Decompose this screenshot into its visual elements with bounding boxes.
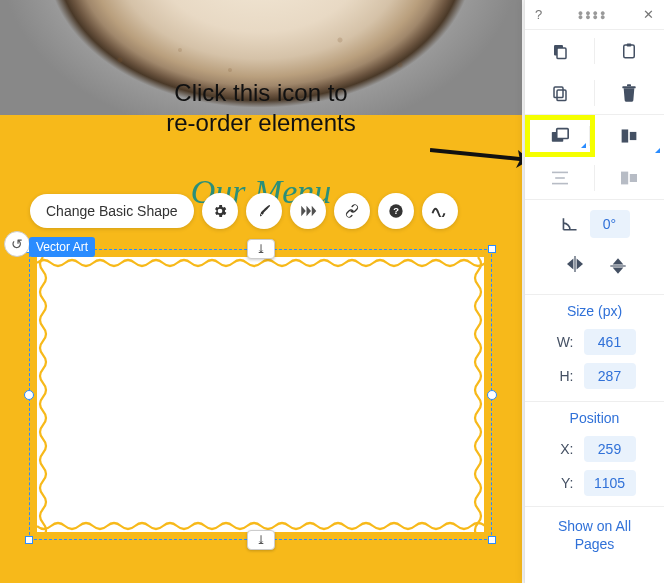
size-section-title: Size (px): [525, 295, 664, 325]
svg-rect-15: [630, 132, 637, 140]
svg-rect-7: [627, 44, 632, 47]
flip-vertical-icon: [610, 256, 626, 276]
svg-rect-20: [630, 174, 637, 182]
svg-line-0: [430, 150, 522, 160]
paintbrush-icon: [256, 203, 272, 219]
resize-handle-tr[interactable]: [488, 245, 496, 253]
svg-rect-13: [556, 129, 567, 139]
more-button[interactable]: [422, 193, 458, 229]
animation-button[interactable]: [290, 193, 326, 229]
panel-tool-grid: [525, 30, 664, 200]
show-on-all-pages-button[interactable]: Show on All Pages: [525, 507, 664, 553]
paste-button[interactable]: [595, 30, 665, 72]
undo-handle[interactable]: ↺: [4, 231, 30, 257]
y-input[interactable]: 1105: [584, 470, 636, 496]
x-label: X:: [554, 441, 574, 457]
angle-icon: [560, 215, 580, 233]
distribute-icon: [550, 170, 570, 186]
annotation-arrow: [430, 140, 522, 180]
duplicate-button[interactable]: [525, 72, 595, 114]
svg-rect-6: [624, 45, 635, 58]
svg-rect-10: [623, 86, 636, 88]
duplicate-icon: [551, 84, 569, 102]
selection-outline: [29, 249, 492, 540]
link-icon: [344, 203, 360, 219]
y-label: Y:: [554, 475, 574, 491]
width-label: W:: [554, 334, 574, 350]
design-button[interactable]: [246, 193, 282, 229]
x-input[interactable]: 259: [584, 436, 636, 462]
arrange-button[interactable]: [525, 115, 595, 157]
stretch-top-button[interactable]: ⤓: [247, 239, 275, 259]
panel-header: ? ●●●●●●●● ✕: [525, 0, 664, 30]
flip-horizontal-icon: [564, 256, 586, 272]
dropdown-indicator-icon: [581, 143, 586, 148]
selected-element[interactable]: ⤓ ⤓: [29, 249, 492, 540]
trash-icon: [621, 84, 637, 102]
gear-icon: [212, 203, 228, 219]
copy-icon: [551, 42, 569, 60]
panel-close-button[interactable]: ✕: [643, 7, 654, 22]
align-icon: [619, 127, 639, 145]
resize-handle-l[interactable]: [24, 390, 34, 400]
panel-help-button[interactable]: ?: [535, 7, 542, 22]
page-section: Our Menu Change Basic Shape ? ↺ Vector A…: [0, 115, 522, 583]
settings-button[interactable]: [202, 193, 238, 229]
width-row: W: 461: [525, 325, 664, 359]
dropdown-indicator-icon: [655, 148, 660, 153]
x-row: X: 259: [525, 432, 664, 466]
link-button[interactable]: [334, 193, 370, 229]
match-size-button[interactable]: [595, 157, 665, 199]
annotation-line-1: Click this icon to: [0, 78, 522, 108]
svg-rect-5: [557, 48, 566, 59]
svg-rect-9: [557, 90, 566, 101]
rotation-input[interactable]: 0°: [590, 210, 630, 238]
flip-controls: [525, 248, 664, 294]
position-section-title: Position: [525, 402, 664, 432]
svg-rect-14: [622, 129, 629, 142]
width-input[interactable]: 461: [584, 329, 636, 355]
editor-canvas: Click this icon to re-order elements Our…: [0, 0, 522, 583]
svg-rect-19: [621, 172, 628, 185]
resize-handle-br[interactable]: [488, 536, 496, 544]
change-basic-shape-button[interactable]: Change Basic Shape: [30, 194, 194, 228]
height-input[interactable]: 287: [584, 363, 636, 389]
svg-point-2: [389, 204, 402, 217]
delete-button[interactable]: [595, 72, 665, 114]
download-icon: ⤓: [256, 533, 266, 547]
download-icon: ⤓: [256, 242, 266, 256]
height-row: H: 287: [525, 359, 664, 393]
resize-handle-r[interactable]: [487, 390, 497, 400]
animation-icon: [299, 203, 317, 219]
flip-horizontal-button[interactable]: [564, 256, 586, 280]
flip-vertical-button[interactable]: [610, 256, 626, 280]
paste-icon: [620, 42, 638, 60]
stretch-bottom-button[interactable]: ⤓: [247, 530, 275, 550]
rotation-control: 0°: [525, 200, 664, 248]
y-row: Y: 1105: [525, 466, 664, 500]
svg-text:?: ?: [393, 206, 399, 216]
question-icon: ?: [388, 203, 404, 219]
element-type-badge: Vector Art: [29, 237, 95, 257]
properties-panel: ? ●●●●●●●● ✕ 0° Size (px) W: 461 H:: [524, 0, 664, 583]
annotation-line-2: re-order elements: [0, 108, 522, 138]
panel-drag-handle[interactable]: ●●●●●●●●: [578, 11, 608, 19]
distribute-button[interactable]: [525, 157, 595, 199]
copy-button[interactable]: [525, 30, 595, 72]
svg-rect-11: [627, 84, 631, 86]
element-toolbar: Change Basic Shape ?: [30, 193, 458, 229]
height-label: H:: [554, 368, 574, 384]
match-size-icon: [619, 170, 639, 186]
arrange-layers-icon: [550, 127, 570, 145]
align-button[interactable]: [595, 115, 665, 157]
help-button[interactable]: ?: [378, 193, 414, 229]
undo-icon: ↺: [11, 236, 23, 252]
squiggle-icon: [431, 205, 449, 217]
resize-handle-bl[interactable]: [25, 536, 33, 544]
svg-rect-8: [554, 87, 563, 98]
instruction-annotation: Click this icon to re-order elements: [0, 78, 522, 138]
